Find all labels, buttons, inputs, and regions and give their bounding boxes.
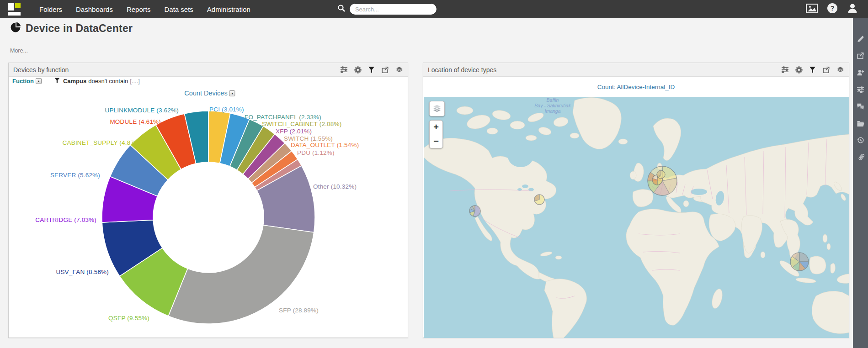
image-icon[interactable] xyxy=(806,4,818,15)
gear-icon[interactable] xyxy=(354,66,362,74)
map-zoom-in-button[interactable]: + xyxy=(430,121,442,134)
field-collapse-box[interactable]: ▴ xyxy=(36,78,42,84)
field-name-label[interactable]: Fuction xyxy=(12,78,34,84)
edit-pencil-icon[interactable] xyxy=(857,35,865,43)
donut-label: CABINET_SUPPLY (4.87%) xyxy=(63,139,142,146)
donut-label: SWITCH (1.55%) xyxy=(284,135,333,142)
world-map[interactable]: + − Baffin Bay - Saknirutiak Imanga xyxy=(424,97,849,338)
devices-by-function-panel: Devices by function Fuction ▴ Campus doe… xyxy=(8,63,408,338)
world-map-svg xyxy=(424,97,849,338)
history-icon[interactable] xyxy=(857,136,865,144)
measure-label[interactable]: Count Devices xyxy=(184,90,227,97)
sliders-icon[interactable] xyxy=(857,85,865,94)
add-user-icon[interactable] xyxy=(857,69,865,77)
nav-item-dashboards[interactable]: Dashboards xyxy=(76,5,113,13)
share-icon[interactable] xyxy=(857,52,865,60)
donut-label: PDU (1.12%) xyxy=(297,149,335,156)
map-pie-marker[interactable] xyxy=(790,253,809,271)
donut-label: QSFP (9.55%) xyxy=(108,315,149,322)
open-folder-icon[interactable] xyxy=(857,119,865,127)
filter-field-label: Campus xyxy=(63,78,86,84)
map-layers-button[interactable] xyxy=(429,101,445,116)
donut-label: FO_PATCHPANEL (2.33%) xyxy=(245,114,321,121)
user-icon[interactable] xyxy=(847,3,858,16)
filter-funnel-icon[interactable] xyxy=(368,66,375,73)
layers-icon[interactable] xyxy=(395,66,403,74)
right-toolbar xyxy=(853,18,868,348)
map-zoom-out-button[interactable]: − xyxy=(430,134,442,148)
panel-title: Devices by function xyxy=(13,66,69,74)
donut-label: SFP (28.89%) xyxy=(279,307,319,314)
donut-label: SERVER (5.62%) xyxy=(50,172,100,179)
donut-label: PCI (3.01%) xyxy=(209,106,244,113)
map-measure-label[interactable]: Count: AllDevice-Internal_ID xyxy=(597,84,675,90)
paperclip-icon[interactable] xyxy=(857,153,865,161)
nav-item-reports[interactable]: Reports xyxy=(127,5,151,13)
donut-label: SWITCH_CABINET (2.08%) xyxy=(262,121,341,127)
donut-chart: Fuction ▴ Campus doesn't contain [....] … xyxy=(9,73,408,337)
nav-item-folders[interactable]: Folders xyxy=(39,5,62,13)
top-nav: Folders Dashboards Reports Data sets Adm… xyxy=(0,0,868,18)
panel-title: Location of device types xyxy=(428,66,496,74)
help-icon[interactable]: ? xyxy=(827,3,838,16)
map-pie-marker[interactable] xyxy=(657,170,665,179)
donut-label: UPLINKMODULE (3.62%) xyxy=(105,107,179,114)
donut-label: CARTRIDGE (7.03%) xyxy=(35,216,96,223)
donut-label: Other (10.32%) xyxy=(313,183,357,190)
map-pie-marker[interactable] xyxy=(534,195,544,205)
filter-operator-label: doesn't contain xyxy=(88,78,128,84)
donut-label: MODULE (4.61%) xyxy=(110,118,161,125)
sliders-icon[interactable] xyxy=(340,66,348,73)
donut-label: DATA_OUTLET (1.54%) xyxy=(291,142,359,148)
search-input[interactable] xyxy=(349,3,437,15)
filter-funnel-icon[interactable] xyxy=(809,66,816,73)
pie-chart-icon xyxy=(10,22,21,35)
map-place-label: Baffin Bay - Saknirutiak Imanga xyxy=(525,97,580,114)
layers-icon[interactable] xyxy=(836,66,844,74)
export-icon[interactable] xyxy=(822,66,830,74)
app-logo[interactable] xyxy=(8,3,21,16)
export-icon[interactable] xyxy=(381,66,389,74)
donut-label: USV_FAN (8.56%) xyxy=(56,269,109,275)
main-menu: Folders Dashboards Reports Data sets Adm… xyxy=(39,5,250,13)
sliders-icon[interactable] xyxy=(781,66,789,73)
map-pie-marker[interactable] xyxy=(469,206,480,216)
nav-item-data-sets[interactable]: Data sets xyxy=(164,5,193,13)
gear-icon[interactable] xyxy=(795,66,803,74)
page-title: Device in DataCenter xyxy=(26,22,133,35)
nav-item-administration[interactable]: Administration xyxy=(207,5,250,13)
small-funnel-icon xyxy=(54,78,60,84)
svg-text:?: ? xyxy=(830,4,834,12)
search-icon[interactable] xyxy=(337,4,346,14)
location-of-device-types-panel: Location of device types Count: AllDevic… xyxy=(423,63,849,338)
measure-dropdown-box[interactable]: ▾ xyxy=(229,90,235,96)
more-link[interactable]: More... xyxy=(10,47,28,54)
donut-label: XFP (2.01%) xyxy=(276,128,312,135)
comments-icon[interactable] xyxy=(857,102,865,111)
filter-value-link[interactable]: [....] xyxy=(130,78,140,84)
